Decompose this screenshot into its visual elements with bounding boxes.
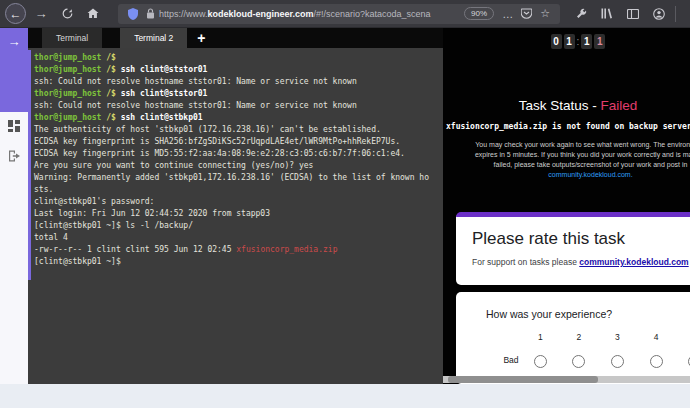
terminal-line: ECDSA key fingerprint is MD5:55:f2:aa:4a… <box>34 148 443 160</box>
timer-digit: 1 <box>594 34 605 49</box>
task-status-panel: 01:11 Task Status - Failed xfusioncorp_m… <box>443 28 690 384</box>
page-actions-icon[interactable]: … <box>502 8 513 20</box>
experience-question: How was your experience? <box>486 308 690 320</box>
rating-number: 3 <box>615 332 620 348</box>
rating-column: 4 <box>637 332 676 368</box>
developer-wrench-button[interactable] <box>570 3 592 25</box>
scrollbar-thumb[interactable] <box>448 376 598 383</box>
terminal-line: total 4 <box>34 232 443 244</box>
forward-icon: → <box>35 6 48 21</box>
terminal-line: [clint@stbkp01 ~]$ <box>34 256 443 268</box>
horizontal-scrollbar[interactable] <box>443 376 690 383</box>
forward-button[interactable]: → <box>30 3 52 25</box>
terminal-line: clint@stbkp01's password: <box>34 196 443 208</box>
tab-terminal-1[interactable]: Terminal <box>42 28 102 48</box>
countdown-timer: 01:11 <box>443 34 690 49</box>
exit-button[interactable] <box>0 150 28 162</box>
zoom-level-badge[interactable]: 90% <box>464 7 494 20</box>
terminal-pane: Terminal Terminal 2 + thor@jump_host /$t… <box>28 28 443 384</box>
dashboard-button[interactable] <box>0 120 28 132</box>
terminal-line: -rw-r--r-- 1 clint clint 595 Jun 12 02:4… <box>34 244 443 256</box>
page-background <box>0 384 690 408</box>
terminal-output[interactable]: thor@jump_host /$thor@jump_host /$ ssh c… <box>28 48 443 384</box>
terminal-line: [clint@stbkp01 ~]$ ls -l /backup/ <box>34 220 443 232</box>
back-icon: ← <box>10 7 22 21</box>
terminal-line: ECDSA key fingerprint is SHA256:bfZgSDiK… <box>34 136 443 148</box>
task-hint-text: You may check your work again to see wha… <box>448 140 690 180</box>
support-community-link[interactable]: community.kodekloud.com <box>579 257 688 267</box>
terminal-line: ssh: Could not resolve hostname ststor01… <box>34 100 443 112</box>
url-text: https://www.kodekloud-engineer.com/#!/sc… <box>159 9 460 19</box>
tracking-shield-icon[interactable] <box>128 8 138 20</box>
rating-column: 3 <box>598 332 637 368</box>
community-link[interactable]: community.kodekloud.com. <box>548 171 632 178</box>
library-icon <box>601 8 613 19</box>
home-button[interactable] <box>82 3 104 25</box>
rating-radio[interactable] <box>650 355 663 368</box>
account-button[interactable] <box>648 3 670 25</box>
rating-number: 2 <box>577 332 582 348</box>
terminal-line: Last login: Fri Jun 12 02:44:52 2020 fro… <box>34 208 443 220</box>
wrench-icon <box>576 8 587 19</box>
address-bar[interactable]: https://www.kodekloud-engineer.com/#!/sc… <box>118 4 560 24</box>
reload-icon <box>62 8 73 19</box>
sidebar-active-section: → <box>0 28 28 112</box>
rating-number: 1 <box>538 332 543 348</box>
experience-card: How was your experience? 12345 Bad <box>456 292 690 384</box>
terminal-line: ssh: Could not resolve hostname ststor01… <box>34 76 443 88</box>
rate-card-support-text: For support on tasks please community.ko… <box>472 257 690 267</box>
rating-scale: 12345 <box>521 332 690 368</box>
dashboard-grid-icon <box>8 120 20 132</box>
task-status-heading: Task Status - Failed <box>443 98 690 113</box>
browser-window: ← → https://www.kodekloud-engineer.com/#… <box>0 0 690 408</box>
account-icon <box>653 8 665 20</box>
terminal-line: Warning: Permanently added 'stbkp01,172.… <box>34 172 443 184</box>
terminal-line: thor@jump_host /$ ssh clint@ststor01 <box>34 64 443 76</box>
terminal-line: The authenticity of host 'stbkp01 (172.1… <box>34 124 443 136</box>
rating-column: 5 <box>675 332 690 368</box>
rating-number: 4 <box>654 332 659 348</box>
lock-icon[interactable] <box>146 8 155 19</box>
timer-digit: 1 <box>581 34 592 49</box>
timer-separator: : <box>577 34 580 49</box>
rating-radio[interactable] <box>572 355 585 368</box>
browser-toolbar: ← → https://www.kodekloud-engineer.com/#… <box>0 0 690 28</box>
new-terminal-tab-button[interactable]: + <box>187 28 215 48</box>
pocket-icon[interactable] <box>521 8 532 19</box>
terminal-scroll-indicator[interactable] <box>28 50 31 280</box>
left-sidebar: → <box>0 28 28 384</box>
rate-card-title: Please rate this task <box>472 229 690 249</box>
tab-terminal-2[interactable]: Terminal 2 <box>120 28 187 48</box>
rating-radio[interactable] <box>611 355 624 368</box>
terminal-line: thor@jump_host /$ ssh clint@ststor01 <box>34 88 443 100</box>
reload-button[interactable] <box>56 3 78 25</box>
exit-icon <box>8 150 21 162</box>
terminal-tabbar: Terminal Terminal 2 + <box>28 28 443 48</box>
toolbar-separator <box>675 6 676 22</box>
rate-task-card: Please rate this task For support on tas… <box>456 212 690 285</box>
terminal-line: thor@jump_host /$ <box>34 52 443 64</box>
status-failed-value: Failed <box>601 98 638 113</box>
timer-digit: 1 <box>564 34 575 49</box>
library-button[interactable] <box>596 3 618 25</box>
arrow-right-icon[interactable]: → <box>0 34 28 49</box>
terminal-line: sts. <box>34 184 443 196</box>
timer-digit: 0 <box>551 34 562 49</box>
task-error-message: xfusioncorp_media.zip is not found on ba… <box>446 122 690 131</box>
menu-button[interactable] <box>685 3 690 25</box>
back-button[interactable]: ← <box>5 3 26 24</box>
rating-column: 2 <box>560 332 599 368</box>
terminal-line: Are you sure you want to continue connec… <box>34 160 443 172</box>
terminal-line: thor@jump_host /$ ssh clint@stbkp01 <box>34 112 443 124</box>
sidebar-toggle-icon <box>627 9 639 19</box>
rating-low-label: Bad <box>486 355 536 365</box>
home-icon <box>87 8 99 19</box>
bookmark-star-icon[interactable]: ☆ <box>540 7 550 20</box>
sidebars-button[interactable] <box>622 3 644 25</box>
